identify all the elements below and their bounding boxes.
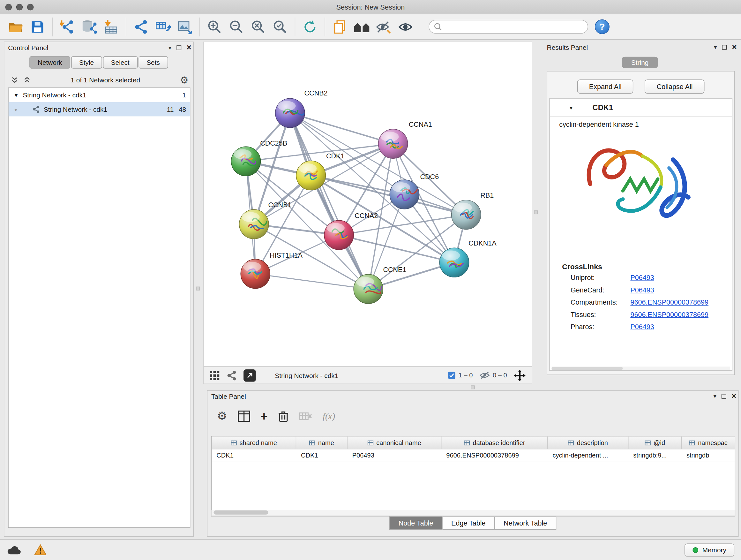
zoom-fit-button[interactable] (247, 17, 269, 37)
results-horizontal-scrollbar[interactable] (551, 367, 730, 370)
open-session-button[interactable] (5, 17, 26, 37)
results-panel-float-icon[interactable] (722, 45, 727, 50)
network-graph[interactable]: CCNB2CCNA1CDC25BCDK1CDC6RB1CCNB1CCNA2CDK… (204, 42, 532, 366)
column-header[interactable]: shared name (212, 436, 296, 449)
node-label: RB1 (480, 192, 494, 199)
help-button[interactable]: ? (595, 19, 610, 34)
network-selection-summary: 1 of 1 Network selected (31, 76, 180, 84)
grid-view-icon[interactable] (209, 370, 220, 381)
network-canvas[interactable]: CCNB2CCNA1CDC25BCDK1CDC6RB1CCNB1CCNA2CDK… (203, 42, 532, 367)
network-node-ccna1[interactable]: CCNA1 (379, 121, 432, 159)
collapse-all-icon[interactable] (11, 76, 18, 84)
zoom-in-button[interactable] (204, 17, 225, 37)
network-edge[interactable] (290, 113, 368, 289)
hidden-eye-slash-icon (479, 371, 490, 379)
node-label: CCNE1 (383, 266, 406, 273)
export-image-button[interactable] (174, 17, 195, 37)
network-node-count: 11 (167, 105, 174, 113)
left-splitter-handle[interactable] (196, 287, 200, 291)
tree-expand-icon[interactable]: ▼ (12, 92, 20, 98)
column-header[interactable]: namespac (682, 436, 735, 449)
table-horizontal-scrollbar[interactable] (211, 510, 735, 516)
tab-sets[interactable]: Sets (138, 56, 168, 69)
import-network-from-database-button[interactable] (78, 17, 100, 37)
show-annotations-button[interactable] (394, 17, 416, 37)
uniprot-link[interactable]: P06493 (630, 274, 654, 282)
network-edge[interactable] (255, 274, 368, 289)
entry-collapse-icon[interactable]: ▾ (569, 105, 572, 111)
network-node-cdk1[interactable]: CDK1 (296, 152, 344, 190)
tab-node-table[interactable]: Node Table (389, 516, 442, 530)
network-view-icon[interactable] (226, 370, 237, 381)
import-table-icon (104, 19, 119, 34)
network-collection-row[interactable]: ▼ String Network - cdk1 1 (9, 88, 190, 102)
tab-network[interactable]: Network (30, 56, 70, 69)
warning-icon[interactable] (34, 544, 47, 555)
string-home-button[interactable] (351, 17, 373, 37)
column-header[interactable]: canonical name (347, 436, 442, 449)
copy-document-button[interactable] (329, 17, 351, 37)
memory-button[interactable]: Memory (685, 543, 735, 556)
genecard-link[interactable]: P06493 (630, 286, 654, 294)
export-network-button[interactable] (244, 369, 256, 381)
table-row[interactable]: CDK1 CDK1 P06493 9606.ENSP00000378699 cy… (212, 449, 735, 462)
right-splitter-handle[interactable] (534, 210, 538, 214)
network-from-table-button[interactable] (152, 17, 174, 37)
expand-all-button[interactable]: Expand All (577, 79, 633, 94)
network-node-rb1[interactable]: RB1 (452, 192, 494, 229)
table-panel-close-icon[interactable]: × (731, 394, 736, 399)
column-header[interactable]: @id (628, 436, 682, 449)
control-panel-float-icon[interactable] (177, 45, 181, 50)
control-panel-collapse-icon[interactable]: ▾ (169, 44, 172, 51)
tab-style[interactable]: Style (71, 56, 102, 69)
column-header[interactable]: database identifier (441, 436, 548, 449)
compartments-link[interactable]: 9606.ENSP00000378699 (630, 299, 709, 306)
add-column-icon[interactable]: + (260, 412, 268, 421)
tab-network-table[interactable]: Network Table (495, 516, 556, 530)
birdseye-navigator-icon[interactable] (514, 369, 526, 381)
gear-icon[interactable]: ⚙ (180, 74, 189, 86)
show-columns-icon[interactable] (238, 411, 250, 422)
results-panel-close-icon[interactable]: × (732, 45, 737, 50)
apply-layout-button[interactable] (299, 17, 321, 37)
string-tab-badge[interactable]: String (622, 57, 658, 68)
table-settings-gear-icon[interactable]: ⚙ (217, 410, 227, 423)
network-edge[interactable] (290, 113, 393, 144)
expand-all-icon[interactable] (23, 76, 31, 84)
new-network-button[interactable] (130, 17, 152, 37)
node-table: shared name name canonical name database… (211, 436, 735, 516)
hide-annotations-button[interactable] (373, 17, 394, 37)
column-header[interactable]: name (296, 436, 347, 449)
network-node-hist1h1a[interactable]: HIST1H1A (241, 252, 302, 288)
network-node-cdkn1a[interactable]: CDKN1A (440, 240, 496, 277)
cloud-icon[interactable] (7, 545, 21, 555)
network-node-ccne1[interactable]: CCNE1 (354, 266, 406, 304)
network-row-selected[interactable]: ● String Network - cdk1 11 48 (9, 102, 190, 116)
zoom-out-button[interactable] (226, 17, 247, 37)
results-panel-collapse-icon[interactable]: ▾ (714, 44, 717, 51)
import-network-from-file-button[interactable] (57, 17, 78, 37)
collapse-all-button[interactable]: Collapse All (645, 79, 704, 94)
pharos-link[interactable]: P06493 (630, 323, 654, 331)
network-node-ccnb1[interactable]: CCNB1 (239, 201, 292, 239)
import-table-from-file-button[interactable] (100, 17, 122, 37)
tissues-link[interactable]: 9606.ENSP00000378699 (630, 311, 709, 318)
delete-column-trash-icon[interactable] (278, 410, 288, 422)
bottom-splitter-handle[interactable] (471, 385, 475, 389)
network-edge[interactable] (311, 176, 466, 215)
toolbar-search[interactable] (428, 20, 588, 34)
tab-select[interactable]: Select (103, 56, 137, 69)
table-panel-collapse-icon[interactable]: ▾ (714, 393, 717, 400)
control-panel-close-icon[interactable]: × (187, 45, 192, 50)
zoom-selected-button[interactable] (269, 17, 291, 37)
network-collection-count: 1 (183, 91, 186, 99)
column-header[interactable]: description (548, 436, 629, 449)
save-session-button[interactable] (26, 17, 48, 37)
node-label: CCNB2 (304, 89, 327, 97)
table-panel-float-icon[interactable] (722, 394, 726, 399)
toolbar-separator (199, 17, 200, 36)
export-arrow-icon (246, 372, 253, 379)
hidden-nodes-counter: 0 – 0 (479, 371, 507, 379)
search-input[interactable] (442, 23, 583, 30)
tab-edge-table[interactable]: Edge Table (442, 516, 495, 530)
